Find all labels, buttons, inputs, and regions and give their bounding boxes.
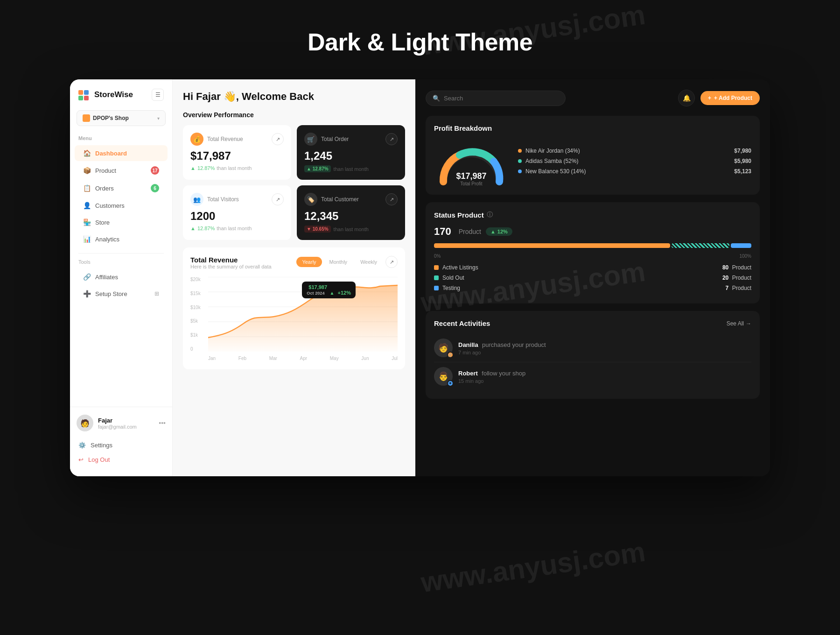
sidebar-item-customers[interactable]: 👤 Customers	[75, 198, 168, 213]
profit-card: Profit Breakdown $17,987	[426, 116, 760, 195]
user-info: Fajar fajar@gmail.com	[98, 417, 154, 430]
stat-change-visitors: ▲12.87%	[190, 226, 215, 231]
progress-active	[434, 243, 670, 248]
activity-item-robert: 👨 👁 Robert follow your shop 15 min ago	[434, 362, 751, 390]
status-card: Status Product ⓘ 170 Product ▲ 12% 0% 10…	[426, 202, 760, 303]
stat-value-order: 1,245	[304, 149, 398, 162]
sidebar-item-setup-store[interactable]: ➕ Setup Store ⊞	[75, 286, 168, 302]
logout-icon: ↩	[78, 456, 84, 463]
revenue-expand-btn[interactable]: ↗	[272, 133, 284, 145]
logout-label: Log Out	[88, 456, 110, 463]
logo-sq-red	[84, 96, 89, 100]
tab-monthly[interactable]: Monthly	[324, 257, 353, 267]
logo-sq-blue	[84, 90, 89, 95]
sidebar-item-analytics[interactable]: 📊 Analytics	[75, 231, 168, 247]
progress-testing	[731, 243, 751, 248]
orders-badge: 6	[151, 184, 159, 192]
visitors-expand-btn[interactable]: ↗	[272, 193, 284, 205]
stat-change-label-customer: than last month	[334, 226, 369, 232]
status-row-left-soldout: Sold Out	[434, 275, 464, 281]
x-label-may: May	[330, 356, 339, 361]
revenue-icon: 💰	[190, 133, 203, 146]
profit-item-left-nike: Nike Air Jordan (34%)	[518, 148, 580, 154]
status-header: Status Product ⓘ	[434, 211, 751, 219]
sidebar-divider	[78, 253, 164, 254]
analytics-icon: 📊	[83, 235, 91, 243]
dashboard-icon: 🏠	[83, 149, 91, 157]
add-product-button[interactable]: + + Add Product	[700, 91, 760, 105]
settings-label: Settings	[91, 442, 112, 449]
activities-card: Recent Activities See All → 🧑 🛒 Danilla …	[426, 311, 760, 399]
search-input[interactable]	[444, 95, 559, 102]
sidebar-item-label: Customers	[95, 202, 125, 209]
profit-amount-adidas: $5,980	[734, 158, 751, 164]
y-label-20k: $20k	[190, 277, 201, 282]
status-count-row: 170 Product ▲ 12%	[434, 226, 751, 238]
stat-card-revenue: 💰 Total Revenue ↗ $17,987 ▲12.87% than l…	[183, 125, 291, 180]
sidebar-item-label: Setup Store	[95, 290, 127, 297]
sidebar-shop[interactable]: DPOP's Shop ▾	[77, 110, 166, 126]
tab-weekly[interactable]: Weekly	[355, 257, 383, 267]
stat-label-revenue: Total Revenue	[207, 136, 243, 142]
header-right: 🔔 + + Add Product	[678, 90, 760, 106]
arrow-right-icon: →	[746, 320, 751, 327]
sidebar-collapse-btn[interactable]: ☰	[152, 89, 164, 101]
logo: StoreWise	[78, 90, 133, 99]
gauge-overlay: $17,987 Total Profit	[456, 171, 486, 186]
status-row-right-active: 80 Product	[722, 264, 751, 271]
status-sq-teal	[434, 275, 439, 280]
status-row-left-testing: Testing	[434, 285, 460, 291]
stat-change-customer: ▼ 10.65%	[304, 226, 331, 233]
overview-title: Overview Performance	[183, 111, 405, 119]
logout-link[interactable]: ↩ Log Out	[77, 452, 166, 467]
sidebar-item-store[interactable]: 🏪 Store	[75, 214, 168, 230]
greeting: Hi Fajar 👋, Welcome Back	[183, 91, 405, 103]
info-icon: ⓘ	[487, 211, 493, 219]
profit-total: $17,987	[456, 171, 486, 181]
customer-icon: 🏷️	[304, 193, 317, 206]
x-label-apr: Apr	[300, 356, 308, 361]
notification-button[interactable]: 🔔	[678, 90, 695, 106]
chevron-down-icon: ▾	[157, 116, 160, 121]
order-expand-btn[interactable]: ↗	[385, 133, 398, 145]
activity-text-robert: Robert follow your shop 15 min ago	[458, 369, 751, 384]
see-all-link[interactable]: See All →	[727, 320, 751, 327]
sidebar-item-product[interactable]: 📦 Product 17	[75, 162, 168, 179]
sidebar-bottom: 🧑 Fajar fajar@gmail.com ••• ⚙️ Settings …	[70, 407, 172, 467]
user-menu-button[interactable]: •••	[159, 419, 166, 427]
sidebar-item-dashboard[interactable]: 🏠 Dashboard	[75, 145, 168, 161]
product-badge: 17	[151, 166, 159, 175]
chart-x-labels: Jan Feb Mar Apr May Jun Jul	[208, 356, 398, 361]
profit-amount-nb: $5,123	[734, 168, 751, 175]
search-bar[interactable]: 🔍	[426, 91, 566, 106]
stat-change-label-order: than last month	[334, 166, 369, 172]
profit-dot-teal	[518, 159, 522, 163]
tooltip-change: ▲ +12%	[328, 290, 351, 296]
activities-title: Recent Activities	[434, 319, 490, 327]
sidebar-item-orders[interactable]: 📋 Orders 6	[75, 180, 168, 197]
status-row-active: Active Listings 80 Product	[434, 264, 751, 271]
logo-sq-green	[78, 96, 83, 100]
sidebar-item-label: Product	[95, 167, 116, 174]
revenue-chart: $20k $15k $10k $5k $1k 0	[190, 277, 398, 361]
profit-dot-blue	[518, 169, 522, 173]
trend-up-icon: ▲	[490, 229, 496, 234]
profit-amount-nike: $7,980	[734, 148, 751, 154]
sidebar-item-affiliates[interactable]: 🔗 Affiliates	[75, 269, 168, 285]
revenue-expand-btn[interactable]: ↗	[385, 256, 398, 268]
customer-expand-btn[interactable]: ↗	[385, 193, 398, 205]
status-items: Active Listings 80 Product Sold Out 20 P…	[434, 264, 751, 291]
user-email: fajar@gmail.com	[98, 424, 154, 430]
logo-text: StoreWise	[94, 90, 133, 99]
activity-item-danilla: 🧑 🛒 Danilla purchased your product 7 min…	[434, 334, 751, 362]
status-row-right-testing: 7 Product	[726, 285, 751, 291]
page-title: Dark & Light Theme	[0, 0, 840, 79]
profit-item-nb: New Balance 530 (14%) $5,123	[518, 168, 751, 175]
tab-yearly[interactable]: Yearly	[296, 257, 322, 267]
profit-dot-orange	[518, 149, 522, 153]
y-label-10k: $10k	[190, 305, 201, 310]
left-panel: StoreWise ☰ DPOP's Shop ▾ Menu 🏠 Dashboa…	[70, 79, 415, 476]
profit-item-adidas: Adidas Samba (52%) $5,980	[518, 158, 751, 164]
activity-avatar-robert: 👨 👁	[434, 367, 453, 386]
settings-link[interactable]: ⚙️ Settings	[77, 438, 166, 452]
